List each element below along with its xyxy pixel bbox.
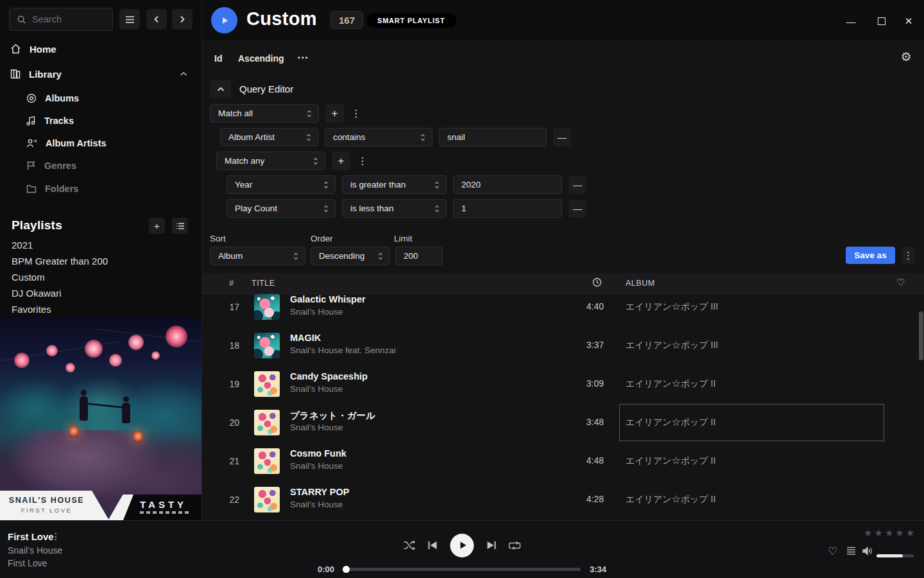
rule-field-select[interactable]: Play Count (227, 199, 336, 218)
sort-direction-button[interactable]: Ascending (238, 53, 284, 64)
sidebar-item-album-artists[interactable]: Album Artists (0, 134, 201, 152)
sort-field-button[interactable]: Id (214, 53, 222, 64)
play-playlist-button[interactable] (211, 7, 237, 33)
rule-operator-select[interactable]: contains (325, 128, 432, 146)
seek-slider[interactable] (343, 568, 581, 571)
rule-value-input[interactable]: 1 (453, 199, 562, 218)
track-title: Galactic Whisper (290, 294, 366, 304)
add-rule-button[interactable]: + (325, 104, 344, 123)
rule-operator-select[interactable]: is less than (342, 199, 447, 218)
queue-icon[interactable] (846, 547, 856, 556)
nav-forward-button[interactable] (172, 9, 193, 30)
sort-select[interactable]: Album (210, 247, 305, 265)
menu-button[interactable] (119, 9, 140, 30)
now-playing-album-art[interactable]: SNAIL'S HOUSE FIRST LOVE TASTY (0, 318, 201, 520)
favorite-heart-icon[interactable]: ♡ (828, 545, 837, 558)
playlist-item[interactable]: DJ Okawari (12, 285, 178, 301)
remove-rule-button[interactable]: — (569, 200, 586, 218)
previous-track-button[interactable] (428, 541, 438, 550)
sidebar-item-home[interactable]: Home (0, 39, 201, 58)
volume-slider[interactable] (877, 554, 914, 557)
scrollbar-thumb[interactable] (919, 311, 923, 360)
star-icon[interactable]: ★ (895, 527, 904, 539)
rule-operator-select[interactable]: is greater than (342, 175, 447, 194)
remove-rule-button[interactable]: — (553, 128, 571, 146)
now-playing-menu-button[interactable]: ⋮ (51, 531, 60, 541)
music-note-icon (26, 116, 36, 126)
play-icon (220, 16, 229, 25)
track-row[interactable]: 18MAGIKSnail’s House feat. Sennzai3:37エイ… (202, 326, 924, 365)
track-row[interactable]: 22STARRY POPSnail’s House4:28エイリアン☆ポップ I… (202, 480, 924, 519)
column-title[interactable]: TITLE (252, 279, 275, 288)
window-maximize-button[interactable] (875, 14, 889, 28)
sidebar-item-folders[interactable]: Folders (0, 180, 201, 198)
query-group-header: Match all+⋮ (210, 104, 586, 123)
star-icon[interactable]: ★ (906, 527, 915, 539)
playlist-item[interactable]: BPM Greater than 200 (12, 253, 178, 269)
sidebar-item-albums[interactable]: Albums (0, 89, 201, 107)
star-icon[interactable]: ★ (864, 527, 873, 539)
search-input[interactable]: Search (9, 8, 113, 31)
duration-clock-icon[interactable] (592, 277, 602, 287)
next-track-button[interactable] (486, 541, 497, 550)
now-playing-artist[interactable]: Snail’s House (8, 545, 62, 556)
seek-knob[interactable] (343, 566, 350, 573)
group-more-button[interactable]: ⋮ (350, 104, 362, 123)
track-album: エイリアン☆ポップ II (626, 378, 715, 390)
rule-field-select[interactable]: Album Artist (220, 128, 318, 146)
query-editor-collapse-button[interactable] (210, 80, 231, 98)
track-duration: 4:40 (565, 301, 604, 311)
save-as-more-button[interactable]: ⋮ (902, 247, 915, 264)
playlist-list-button[interactable] (172, 218, 188, 234)
more-options-button[interactable]: ⋯ (297, 51, 309, 64)
save-as-button[interactable]: Save as (846, 247, 895, 264)
playlist-item[interactable]: Custom (12, 269, 178, 285)
track-album-thumbnail (254, 371, 280, 397)
order-select-value: Descending (319, 251, 364, 261)
match-select[interactable]: Match all (210, 104, 319, 123)
track-number: 22 (215, 495, 239, 505)
shuffle-button[interactable] (404, 540, 416, 550)
gear-icon[interactable]: ⚙ (898, 49, 914, 65)
star-icon[interactable]: ★ (885, 527, 894, 539)
window-close-button[interactable]: ✕ (902, 14, 916, 28)
sidebar-item-library[interactable]: Library (0, 64, 201, 83)
remove-rule-button[interactable]: — (569, 176, 586, 194)
track-row[interactable]: 21Cosmo FunkSnail’s House4:48エイリアン☆ポップ I… (202, 442, 924, 480)
column-album[interactable]: ALBUM (626, 279, 655, 288)
playlist-item[interactable]: 2021 (12, 237, 178, 253)
star-icon[interactable]: ★ (874, 527, 883, 539)
add-playlist-button[interactable]: + (149, 218, 165, 234)
column-index[interactable]: # (229, 279, 234, 288)
playlists-title: Playlists (12, 218, 62, 232)
lantern-glow (109, 354, 122, 367)
rule-field-select[interactable]: Year (227, 175, 336, 194)
select-caret-icon (434, 205, 440, 213)
match-select[interactable]: Match any (216, 152, 325, 170)
rating-stars[interactable]: ★★★★★ (864, 527, 915, 539)
limit-input[interactable]: 200 (395, 247, 443, 265)
repeat-button[interactable] (509, 541, 521, 550)
select-caret-icon (293, 252, 298, 260)
track-row[interactable]: 19Candy SpaceshipSnail’s House3:09エイリアン☆… (202, 365, 924, 403)
rule-value-input[interactable]: snail (439, 128, 547, 146)
now-playing-album[interactable]: First Love (8, 558, 47, 568)
track-row[interactable]: 20プラネット・ガールSnail’s House3:48エイリアン☆ポップ II (202, 403, 924, 442)
library-icon (10, 69, 21, 79)
sidebar-item-genres[interactable]: Genres (0, 157, 201, 175)
group-more-button[interactable]: ⋮ (357, 152, 368, 170)
sidebar-item-label: Tracks (44, 116, 74, 126)
chevron-up-icon[interactable] (180, 71, 187, 76)
nav-back-button[interactable] (146, 9, 167, 30)
volume-icon[interactable] (862, 547, 873, 556)
favorite-heart-icon[interactable]: ♡ (896, 277, 905, 288)
sidebar-item-tracks[interactable]: Tracks (0, 112, 201, 130)
now-playing-title[interactable]: First Love (8, 531, 54, 542)
rule-value-input[interactable]: 2020 (453, 175, 562, 194)
order-select[interactable]: Descending (311, 247, 390, 265)
window-minimize-button[interactable]: — (844, 14, 858, 28)
playlist-item[interactable]: Favorites (12, 301, 178, 317)
select-caret-icon (307, 110, 312, 118)
play-pause-button[interactable] (450, 534, 474, 557)
add-rule-button[interactable]: + (332, 152, 350, 170)
